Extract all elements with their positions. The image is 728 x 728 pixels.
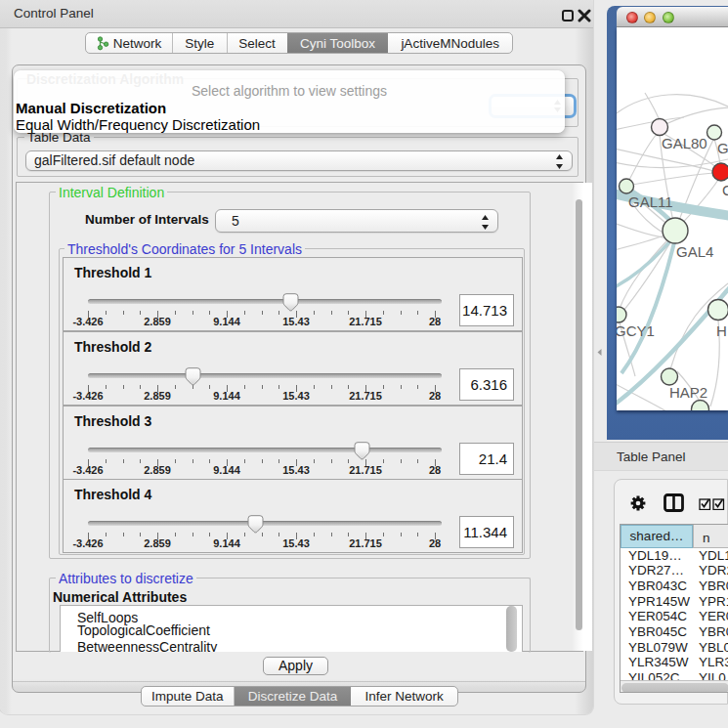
svg-text:GAL4: GAL4 — [676, 243, 713, 260]
svg-text:H: H — [716, 322, 727, 339]
svg-text:C: C — [722, 182, 728, 198]
svg-text:GCY1: GCY1 — [617, 322, 655, 339]
svg-text:GAL80: GAL80 — [662, 135, 707, 151]
svg-text:HAP2: HAP2 — [669, 384, 707, 401]
svg-text:GA: GA — [717, 140, 728, 156]
svg-text:GAL11: GAL11 — [628, 193, 673, 210]
